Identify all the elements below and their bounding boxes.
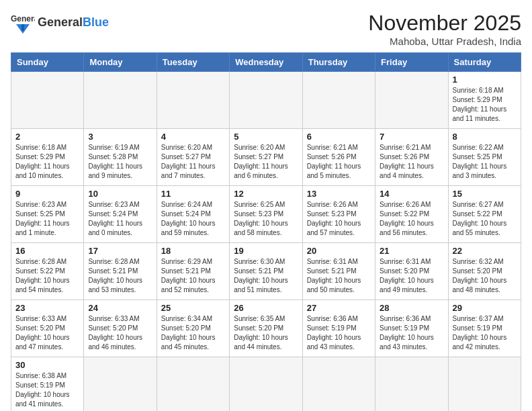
- day-number: 14: [380, 189, 443, 199]
- day-info: Sunrise: 6:18 AM Sunset: 5:29 PM Dayligh…: [15, 143, 79, 181]
- day-info: Sunrise: 6:21 AM Sunset: 5:26 PM Dayligh…: [380, 143, 443, 181]
- calendar-cell: 10Sunrise: 6:23 AM Sunset: 5:24 PM Dayli…: [84, 186, 157, 243]
- day-number: 1: [453, 75, 517, 85]
- calendar-cell: 16Sunrise: 6:28 AM Sunset: 5:22 PM Dayli…: [11, 243, 84, 300]
- calendar-cell: 20Sunrise: 6:31 AM Sunset: 5:21 PM Dayli…: [302, 243, 375, 300]
- calendar-header-row: SundayMondayTuesdayWednesdayThursdayFrid…: [11, 53, 521, 72]
- day-info: Sunrise: 6:20 AM Sunset: 5:27 PM Dayligh…: [161, 143, 225, 181]
- day-info: Sunrise: 6:28 AM Sunset: 5:21 PM Dayligh…: [88, 257, 152, 295]
- day-info: Sunrise: 6:36 AM Sunset: 5:19 PM Dayligh…: [307, 314, 371, 352]
- week-row-2: 2Sunrise: 6:18 AM Sunset: 5:29 PM Daylig…: [11, 129, 521, 186]
- day-info: Sunrise: 6:27 AM Sunset: 5:22 PM Dayligh…: [453, 200, 517, 238]
- calendar-cell: 14Sunrise: 6:26 AM Sunset: 5:22 PM Dayli…: [375, 186, 448, 243]
- day-info: Sunrise: 6:32 AM Sunset: 5:20 PM Dayligh…: [453, 257, 517, 295]
- day-number: 30: [15, 360, 79, 370]
- day-number: 22: [453, 246, 517, 256]
- calendar-cell: 30Sunrise: 6:38 AM Sunset: 5:19 PM Dayli…: [11, 357, 84, 412]
- calendar-cell: 7Sunrise: 6:21 AM Sunset: 5:26 PM Daylig…: [375, 129, 448, 186]
- weekday-header-monday: Monday: [84, 53, 157, 72]
- day-info: Sunrise: 6:21 AM Sunset: 5:26 PM Dayligh…: [307, 143, 371, 181]
- weekday-header-friday: Friday: [375, 53, 448, 72]
- day-info: Sunrise: 6:20 AM Sunset: 5:27 PM Dayligh…: [234, 143, 298, 181]
- month-title: November 2025: [368, 11, 521, 36]
- day-info: Sunrise: 6:33 AM Sunset: 5:20 PM Dayligh…: [15, 314, 79, 352]
- calendar-cell: 2Sunrise: 6:18 AM Sunset: 5:29 PM Daylig…: [11, 129, 84, 186]
- location-subtitle: Mahoba, Uttar Pradesh, India: [368, 36, 521, 47]
- calendar-cell: 11Sunrise: 6:24 AM Sunset: 5:24 PM Dayli…: [157, 186, 229, 243]
- calendar-cell: 15Sunrise: 6:27 AM Sunset: 5:22 PM Dayli…: [448, 186, 521, 243]
- calendar-cell: 3Sunrise: 6:19 AM Sunset: 5:28 PM Daylig…: [84, 129, 157, 186]
- calendar-cell: 4Sunrise: 6:20 AM Sunset: 5:27 PM Daylig…: [157, 129, 229, 186]
- week-row-1: 1Sunrise: 6:18 AM Sunset: 5:29 PM Daylig…: [11, 72, 521, 129]
- calendar-cell: [230, 357, 302, 412]
- day-number: 24: [88, 303, 152, 313]
- day-number: 15: [453, 189, 517, 199]
- weekday-header-saturday: Saturday: [448, 53, 521, 72]
- day-number: 26: [234, 303, 298, 313]
- calendar-cell: 5Sunrise: 6:20 AM Sunset: 5:27 PM Daylig…: [230, 129, 302, 186]
- day-info: Sunrise: 6:33 AM Sunset: 5:20 PM Dayligh…: [88, 314, 152, 352]
- day-number: 25: [161, 303, 225, 313]
- day-number: 9: [15, 189, 79, 199]
- day-number: 4: [161, 132, 225, 142]
- calendar-cell: 19Sunrise: 6:30 AM Sunset: 5:21 PM Dayli…: [230, 243, 302, 300]
- calendar-cell: [302, 72, 375, 129]
- day-number: 16: [15, 246, 79, 256]
- calendar-cell: 17Sunrise: 6:28 AM Sunset: 5:21 PM Dayli…: [84, 243, 157, 300]
- weekday-header-wednesday: Wednesday: [230, 53, 302, 72]
- calendar-cell: 26Sunrise: 6:35 AM Sunset: 5:20 PM Dayli…: [230, 300, 302, 357]
- day-info: Sunrise: 6:35 AM Sunset: 5:20 PM Dayligh…: [234, 314, 298, 352]
- day-info: Sunrise: 6:31 AM Sunset: 5:20 PM Dayligh…: [380, 257, 443, 295]
- calendar-table: SundayMondayTuesdayWednesdayThursdayFrid…: [11, 52, 521, 411]
- day-number: 29: [453, 303, 517, 313]
- svg-rect-2: [21, 24, 24, 31]
- day-info: Sunrise: 6:30 AM Sunset: 5:21 PM Dayligh…: [234, 257, 298, 295]
- day-number: 27: [307, 303, 371, 313]
- day-info: Sunrise: 6:22 AM Sunset: 5:25 PM Dayligh…: [453, 143, 517, 181]
- calendar-cell: [375, 357, 448, 412]
- week-row-4: 16Sunrise: 6:28 AM Sunset: 5:22 PM Dayli…: [11, 243, 521, 300]
- day-info: Sunrise: 6:28 AM Sunset: 5:22 PM Dayligh…: [15, 257, 79, 295]
- calendar-cell: 8Sunrise: 6:22 AM Sunset: 5:25 PM Daylig…: [448, 129, 521, 186]
- calendar-cell: 24Sunrise: 6:33 AM Sunset: 5:20 PM Dayli…: [84, 300, 157, 357]
- calendar-cell: [11, 72, 84, 129]
- day-number: 19: [234, 246, 298, 256]
- day-number: 10: [88, 189, 152, 199]
- day-number: 17: [88, 246, 152, 256]
- day-number: 7: [380, 132, 443, 142]
- calendar-cell: 25Sunrise: 6:34 AM Sunset: 5:20 PM Dayli…: [157, 300, 229, 357]
- day-info: Sunrise: 6:24 AM Sunset: 5:24 PM Dayligh…: [161, 200, 225, 238]
- calendar-cell: [84, 72, 157, 129]
- day-number: 23: [15, 303, 79, 313]
- day-info: Sunrise: 6:23 AM Sunset: 5:25 PM Dayligh…: [15, 200, 79, 238]
- calendar-cell: [375, 72, 448, 129]
- calendar-cell: [302, 357, 375, 412]
- day-info: Sunrise: 6:37 AM Sunset: 5:19 PM Dayligh…: [453, 314, 517, 352]
- calendar-cell: 6Sunrise: 6:21 AM Sunset: 5:26 PM Daylig…: [302, 129, 375, 186]
- calendar-cell: [230, 72, 302, 129]
- day-info: Sunrise: 6:36 AM Sunset: 5:19 PM Dayligh…: [380, 314, 443, 352]
- day-info: Sunrise: 6:19 AM Sunset: 5:28 PM Dayligh…: [88, 143, 152, 181]
- calendar-cell: 18Sunrise: 6:29 AM Sunset: 5:21 PM Dayli…: [157, 243, 229, 300]
- logo: General GeneralBlue: [11, 11, 109, 35]
- day-info: Sunrise: 6:34 AM Sunset: 5:20 PM Dayligh…: [161, 314, 225, 352]
- day-number: 3: [88, 132, 152, 142]
- day-number: 12: [234, 189, 298, 199]
- day-number: 28: [380, 303, 443, 313]
- day-info: Sunrise: 6:18 AM Sunset: 5:29 PM Dayligh…: [453, 86, 517, 124]
- day-number: 5: [234, 132, 298, 142]
- calendar-cell: [84, 357, 157, 412]
- day-info: Sunrise: 6:38 AM Sunset: 5:19 PM Dayligh…: [15, 371, 79, 409]
- calendar-cell: [448, 357, 521, 412]
- logo-text: GeneralBlue: [38, 16, 109, 30]
- day-number: 18: [161, 246, 225, 256]
- calendar-cell: 9Sunrise: 6:23 AM Sunset: 5:25 PM Daylig…: [11, 186, 84, 243]
- weekday-header-sunday: Sunday: [11, 53, 84, 72]
- day-number: 2: [15, 132, 79, 142]
- week-row-3: 9Sunrise: 6:23 AM Sunset: 5:25 PM Daylig…: [11, 186, 521, 243]
- day-info: Sunrise: 6:25 AM Sunset: 5:23 PM Dayligh…: [234, 200, 298, 238]
- calendar-cell: 21Sunrise: 6:31 AM Sunset: 5:20 PM Dayli…: [375, 243, 448, 300]
- week-row-6: 30Sunrise: 6:38 AM Sunset: 5:19 PM Dayli…: [11, 357, 521, 412]
- day-info: Sunrise: 6:26 AM Sunset: 5:23 PM Dayligh…: [307, 200, 371, 238]
- title-area: November 2025 Mahoba, Uttar Pradesh, Ind…: [368, 11, 521, 47]
